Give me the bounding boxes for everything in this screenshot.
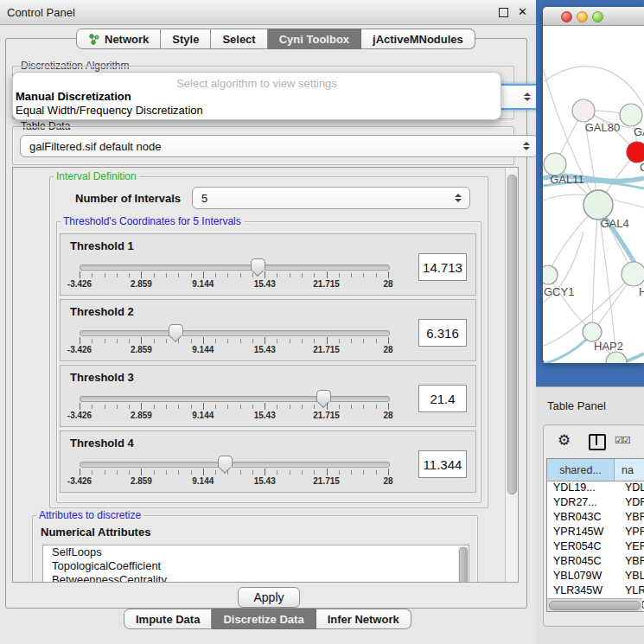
node-gal4[interactable]: [583, 190, 613, 220]
list-item[interactable]: BetweennessCentrality: [43, 573, 469, 583]
node-label-gal11: GAL11: [550, 173, 584, 186]
close-icon[interactable]: ✕: [518, 5, 527, 18]
algorithm-dropdown-popup: Select algorithm to view settings Manual…: [12, 72, 501, 120]
node-partial-right[interactable]: [622, 262, 644, 286]
control-panel-title: Control Panel: [7, 6, 75, 19]
node-label-gal80: GAL80: [585, 121, 620, 134]
tab-network[interactable]: Network: [76, 29, 161, 49]
algorithm-option-manual[interactable]: Manual Discretization: [13, 90, 501, 104]
control-panel-titlebar: Control Panel ✕: [0, 0, 536, 25]
network-window: GAL80 GA C GAL11 GAL4 GCY1 H HAP2: [543, 7, 644, 363]
threshold-4-value[interactable]: 11.344: [418, 450, 467, 478]
table-data-combo[interactable]: galFiltered.sif default node: [20, 135, 539, 157]
node-table: shared... na YDL19...YDL1 YDR27...YDR2 Y…: [546, 458, 644, 612]
network-window-titlebar[interactable]: [543, 7, 644, 26]
cyni-bottom-tabbar: Impute Data Discretize Data Infer Networ…: [124, 609, 411, 628]
node-label-gcy1: GCY1: [544, 285, 574, 298]
slider-track[interactable]: [80, 462, 390, 468]
tab-cyni-toolbox[interactable]: Cyni Toolbox: [268, 29, 361, 49]
node-gcy1[interactable]: [543, 265, 558, 284]
close-traffic-light-icon[interactable]: [561, 11, 572, 22]
column-header-shared-name[interactable]: shared...: [547, 459, 615, 481]
slider-handle[interactable]: [251, 258, 265, 271]
minimize-traffic-light-icon[interactable]: [577, 11, 588, 22]
slider-track[interactable]: [80, 330, 390, 336]
zoom-traffic-light-icon[interactable]: [592, 11, 603, 22]
node-label-partial: C: [640, 161, 644, 174]
interval-definition-label: Interval Definition: [54, 171, 139, 182]
tab-impute-data[interactable]: Impute Data: [124, 609, 212, 629]
table-row[interactable]: YLR345WYLR3: [547, 584, 644, 599]
cyni-toolbox-content: Discretization Algorithm Select algorith…: [5, 38, 527, 609]
combo-arrows-icon: [455, 194, 462, 202]
slider-track[interactable]: [80, 265, 390, 271]
table-row[interactable]: YER054CYER0: [547, 540, 644, 555]
number-of-intervals-combo[interactable]: 5: [192, 187, 470, 209]
node-label-partial: GA: [634, 125, 644, 138]
tab-infer-network[interactable]: Infer Network: [316, 609, 411, 629]
attributes-scrollbar[interactable]: [458, 546, 468, 583]
threshold-1-slider[interactable]: -3.4262.8599.14415.4321.71528: [80, 258, 388, 291]
combo-arrows-icon: [524, 92, 531, 101]
algorithm-placeholder: Select algorithm to view settings: [13, 77, 501, 90]
control-panel-tabbar: Network Style Select Cyni Toolbox jActiv…: [76, 29, 475, 49]
threshold-2-panel: Threshold 2 -3.4262.8599.14415.4321.7152…: [60, 299, 476, 361]
table-toolbar: ⚙ ☑☑: [544, 430, 644, 453]
column-header-name[interactable]: na: [615, 459, 644, 481]
attributes-group-label: Attributes to discretize: [36, 510, 143, 521]
columns-icon[interactable]: [589, 434, 606, 450]
tab-style[interactable]: Style: [161, 29, 211, 49]
threshold-4-panel: Threshold 4 -3.4262.8599.14415.4321.7152…: [60, 430, 476, 493]
scrollbar-thumb[interactable]: [507, 175, 517, 494]
table-row[interactable]: YDR27...YDR2: [547, 496, 644, 511]
combo-arrows-icon: [523, 142, 530, 150]
threshold-3-slider[interactable]: -3.4262.8599.14415.4321.71528: [80, 390, 388, 423]
apply-button[interactable]: Apply: [238, 587, 300, 608]
table-row[interactable]: YBR045CYBR0: [547, 555, 644, 570]
slider-handle[interactable]: [169, 324, 183, 336]
network-canvas[interactable]: GAL80 GA C GAL11 GAL4 GCY1 H HAP2: [543, 25, 644, 363]
threshold-2-value[interactable]: 6.316: [418, 319, 467, 347]
node-label-partial: H: [639, 285, 644, 298]
list-item[interactable]: SelfLoops: [43, 545, 469, 559]
numerical-attributes-list[interactable]: SelfLoops TopologicalCoefficient Between…: [42, 545, 469, 583]
table-panel-title: Table Panel: [547, 399, 606, 412]
table-panel-region: Table Panel ⚙ ☑☑ shared... na YDL19...YD…: [536, 386, 644, 644]
slider-handle[interactable]: [218, 456, 233, 468]
threshold-1-value[interactable]: 14.713: [418, 253, 467, 281]
table-row[interactable]: YPR145WYPR1: [547, 526, 644, 540]
table-data-value: galFiltered.sif default node: [29, 140, 161, 153]
thresholds-group-label: Threshold's Coordinates for 5 Intervals: [61, 216, 244, 227]
network-icon: [88, 34, 100, 45]
settings-scrollpane: Interval Definition Number of Intervals …: [12, 167, 519, 583]
numerical-attributes-label: Numerical Attributes: [41, 526, 150, 539]
table-row[interactable]: YDL19...YDL1: [547, 481, 644, 496]
node-selected-red[interactable]: [627, 142, 644, 163]
threshold-4-slider[interactable]: -3.4262.8599.14415.4321.71528: [80, 456, 388, 488]
float-window-icon[interactable]: [499, 8, 508, 17]
tab-select[interactable]: Select: [211, 29, 267, 49]
tab-jactivemnodules[interactable]: jActiveMNodules: [361, 29, 475, 49]
algorithm-option-equal-width[interactable]: Equal Width/Frequency Discretization: [13, 104, 501, 118]
table-row[interactable]: YBR043CYBR0: [547, 511, 644, 526]
tab-discretize-data[interactable]: Discretize Data: [212, 609, 316, 629]
node-label-hap2: HAP2: [594, 340, 623, 353]
node-partial-top-right[interactable]: [620, 104, 642, 126]
threshold-1-panel: Threshold 1 -3.4262.8599.14415.4321.7152…: [60, 233, 476, 296]
threshold-3-panel: Threshold 3 -3.4262.8599.14415.4321.7152…: [60, 365, 476, 427]
threshold-3-value[interactable]: 21.4: [418, 385, 467, 412]
slider-track[interactable]: [80, 396, 390, 402]
table-row[interactable]: YBL079WYBL0: [547, 570, 644, 584]
threshold-2-slider[interactable]: -3.4262.8599.14415.4321.71528: [80, 324, 388, 357]
table-header-row: shared... na: [547, 459, 644, 481]
list-item[interactable]: TopologicalCoefficient: [43, 559, 469, 573]
gear-icon[interactable]: ⚙: [558, 432, 571, 450]
select-columns-icon[interactable]: ☑☑: [615, 435, 630, 446]
slider-handle[interactable]: [316, 390, 331, 402]
node-hap2[interactable]: [583, 322, 602, 341]
node-gal80[interactable]: [572, 99, 595, 122]
settings-vertical-scrollbar[interactable]: [505, 168, 518, 582]
table-horizontal-scrollbar[interactable]: [547, 598, 642, 611]
table-panel: ⚙ ☑☑ shared... na YDL19...YDL1 YDR27...Y…: [543, 424, 644, 627]
scrollbar-thumb[interactable]: [549, 601, 641, 610]
